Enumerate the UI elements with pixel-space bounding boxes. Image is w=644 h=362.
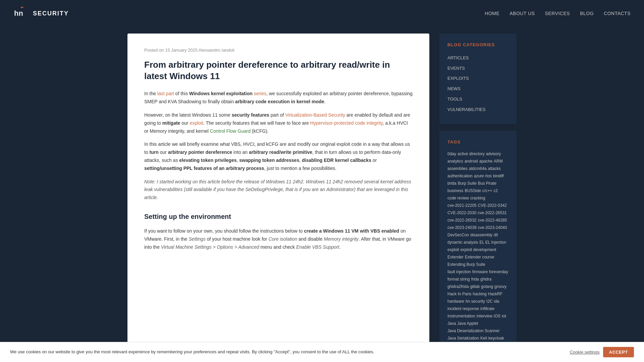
- tag-item[interactable]: assemblies: [447, 166, 468, 172]
- tag-item[interactable]: Java Applet: [457, 320, 478, 326]
- tag-item[interactable]: gitlab: [470, 284, 480, 290]
- category-news[interactable]: NEWS: [447, 86, 461, 91]
- tag-item[interactable]: ghidra2frida: [447, 284, 469, 290]
- tag-item[interactable]: fault injection: [447, 269, 471, 275]
- tag-item[interactable]: groovy: [494, 284, 506, 290]
- tag-item[interactable]: exploit: [447, 247, 459, 253]
- last-part-link[interactable]: last part: [157, 91, 174, 96]
- tag-item[interactable]: dll: [494, 232, 498, 238]
- tag-item[interactable]: Java Serialization: [447, 335, 479, 341]
- tag-item[interactable]: Java: [447, 320, 456, 326]
- tag-item[interactable]: I2C: [486, 298, 493, 304]
- tag-item[interactable]: exploit development: [461, 247, 496, 253]
- tag-item[interactable]: code review: [447, 195, 469, 201]
- tag-item[interactable]: 0day: [447, 151, 456, 157]
- svg-text:hn: hn: [14, 9, 23, 17]
- tag-item[interactable]: iOS: [494, 313, 500, 319]
- categories-section: BLOG CATEGORIES ARTICLES EVENTS EXPLOITS…: [439, 34, 517, 124]
- tag-item[interactable]: Instrumentation: [447, 313, 475, 319]
- tag-item[interactable]: Keil: [480, 335, 487, 341]
- cookie-banner: We use cookies on our website to give yo…: [0, 342, 644, 362]
- tag-item[interactable]: analytics: [447, 158, 463, 164]
- tag-item[interactable]: cve-2023-24040: [478, 225, 507, 231]
- tag-item[interactable]: attacks: [488, 166, 501, 172]
- hvci-link[interactable]: Hypervisor-protected code integrity: [310, 120, 383, 126]
- tag-item[interactable]: golang: [481, 284, 493, 290]
- tag-item[interactable]: hn security: [466, 298, 485, 304]
- site-name: SECURITY: [33, 9, 69, 18]
- category-item: TOOLS: [447, 95, 508, 103]
- post-meta: Posted on 15 January 2025 Alessandro Ian…: [144, 47, 413, 54]
- tag-item[interactable]: business: [447, 188, 463, 194]
- logo[interactable]: hn SECURITY: [13, 5, 69, 22]
- tag-item[interactable]: advisory: [486, 151, 501, 157]
- tag-item[interactable]: cve-2022-26531: [478, 210, 507, 216]
- tag-item[interactable]: ida: [494, 298, 499, 304]
- tag-item[interactable]: BUSSide: [465, 188, 481, 194]
- tag-item[interactable]: apache: [479, 158, 492, 164]
- tag-item[interactable]: cracking: [470, 195, 485, 201]
- tag-item[interactable]: format string: [447, 276, 470, 282]
- tag-item[interactable]: HackRF: [488, 291, 502, 297]
- tag-item[interactable]: cve-2023-24039: [447, 225, 477, 231]
- tag-item[interactable]: frida: [471, 276, 479, 282]
- tag-item[interactable]: EL EL Injection: [479, 239, 506, 245]
- tag-item[interactable]: Extending Burp Suite: [447, 261, 485, 267]
- tag-item[interactable]: c/c++: [482, 188, 492, 194]
- section1-heading: Setting up the environment: [144, 211, 413, 222]
- tag-item[interactable]: CVE-2022-2030: [447, 210, 476, 216]
- nav-contacts[interactable]: CONTACTS: [604, 10, 631, 17]
- tag-item[interactable]: infiltrate: [480, 306, 494, 312]
- series-link[interactable]: series: [254, 91, 266, 96]
- tag-item[interactable]: Extender course: [465, 254, 494, 260]
- category-articles[interactable]: ARTICLES: [447, 55, 469, 60]
- tag-item[interactable]: incident response: [447, 306, 479, 312]
- category-events[interactable]: EVENTS: [447, 66, 465, 71]
- tag-item[interactable]: bindiff: [493, 173, 504, 179]
- tag-item[interactable]: atdcm64a: [469, 166, 487, 172]
- category-item: VULNERABILITIES: [447, 106, 508, 113]
- page-wrapper: Posted on 15 January 2025 Alessandro Ian…: [121, 27, 523, 362]
- tag-item[interactable]: Burp Suite: [458, 180, 477, 186]
- tag-item[interactable]: authentication: [447, 173, 473, 179]
- tag-item[interactable]: Bus Pirate: [478, 180, 496, 186]
- tag-item[interactable]: azure rtos: [474, 173, 492, 179]
- tag-item[interactable]: hardware: [447, 298, 464, 304]
- category-vulnerabilities[interactable]: VULNERABILITIES: [447, 107, 485, 112]
- tag-item[interactable]: cve-2022-46285: [478, 217, 507, 223]
- tag-item[interactable]: android: [465, 158, 478, 164]
- nav-about[interactable]: ABOUT US: [509, 10, 535, 17]
- tag-item[interactable]: keycloak: [488, 335, 504, 341]
- nav-home[interactable]: HOME: [485, 10, 499, 17]
- tag-item[interactable]: hacking: [473, 291, 486, 297]
- nav-services[interactable]: SERVICES: [545, 10, 570, 17]
- tag-item[interactable]: disassembly: [470, 232, 492, 238]
- tag-item[interactable]: ghidra: [480, 276, 491, 282]
- tag-item[interactable]: Extender: [447, 254, 464, 260]
- tag-item[interactable]: foreverday: [489, 269, 508, 275]
- tag-item[interactable]: c2: [493, 188, 498, 194]
- tag-item[interactable]: brida: [447, 180, 457, 186]
- section1-body: If you want to follow on your own, you s…: [144, 227, 413, 251]
- nav-blog[interactable]: BLOG: [580, 10, 594, 17]
- category-tools[interactable]: TOOLS: [447, 97, 462, 102]
- cookie-accept-button[interactable]: ACCEPT: [603, 347, 634, 357]
- tag-item[interactable]: cve-2021-22205: [447, 202, 477, 208]
- tag-item[interactable]: ARM: [494, 158, 503, 164]
- tag-item[interactable]: Hack In Paris: [447, 291, 471, 297]
- tag-item[interactable]: active directory: [458, 151, 485, 157]
- vbs-link[interactable]: Virtualization-Based Security: [285, 112, 345, 118]
- tag-item[interactable]: iot: [502, 313, 506, 319]
- cookie-settings-button[interactable]: Cookie settings: [570, 350, 600, 355]
- category-exploits[interactable]: EXPLOITS: [447, 76, 469, 81]
- category-item: ARTICLES: [447, 54, 508, 62]
- tag-item[interactable]: CVE-2022-0342: [478, 202, 507, 208]
- tag-item[interactable]: dynamic analysis: [447, 239, 478, 245]
- tag-item[interactable]: interview: [477, 313, 492, 319]
- exploit-link[interactable]: exploit: [190, 120, 203, 126]
- tag-item[interactable]: cve-2022-26532: [447, 217, 477, 223]
- tag-item[interactable]: Java Deserialization Scanner: [447, 328, 499, 334]
- tag-item[interactable]: DevSecCon: [447, 232, 469, 238]
- cfg-link[interactable]: Control Flow Guard: [210, 128, 251, 134]
- tag-item[interactable]: firmware: [472, 269, 488, 275]
